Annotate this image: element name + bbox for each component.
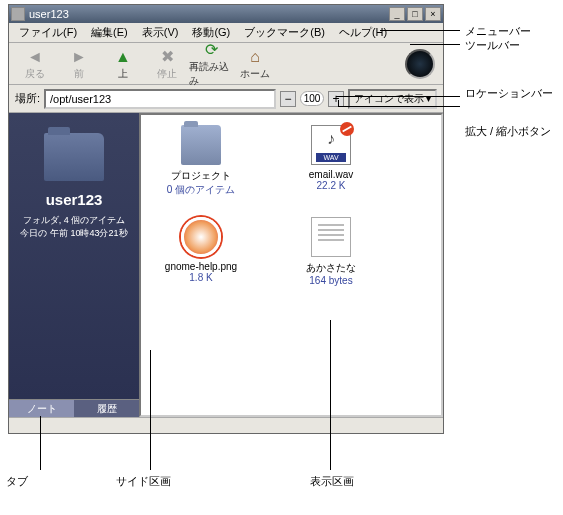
file-item[interactable]: email.wav22.2 K [281,125,381,197]
file-subtitle: 22.2 K [281,180,381,191]
ico-png-icon [181,217,221,257]
home-button[interactable]: ⌂ホーム [233,47,277,81]
sidebar-info-2: 今日の 午前 10時43分21秒 [17,227,131,240]
location-bar: 場所: − 100 + アイコンで表示▾ [9,85,443,113]
ico-folder-icon [181,125,221,165]
zoom-out-button[interactable]: − [280,91,296,107]
callout-side: サイド区画 [116,474,171,489]
minimize-button[interactable]: _ [389,7,405,21]
back-button[interactable]: ◄戻る [13,47,57,81]
throbber-icon [405,49,435,79]
callout-locbar: ロケーションバー [465,86,553,101]
file-name: gnome-help.png [151,261,251,272]
menu-bookmarks[interactable]: ブックマーク(B) [238,23,331,42]
window-title: user123 [29,8,69,20]
callout-zoom: 拡大 / 縮小ボタン [465,124,551,139]
sidebar-info-1: フォルダ, 4 個のアイテム [17,214,131,227]
zoom-in-button[interactable]: + [328,91,344,107]
arrow-up-icon: ▲ [113,47,133,67]
up-button[interactable]: ▲上 [101,47,145,81]
ico-doc-icon [311,217,351,257]
view-area[interactable]: プロジェクト0 個のアイテムemail.wav22.2 Kgnome-help.… [139,113,443,417]
forbidden-badge-icon [340,122,354,136]
folder-icon [44,133,104,181]
sidebar: user123 フォルダ, 4 個のアイテム 今日の 午前 10時43分21秒 … [9,113,139,417]
home-icon: ⌂ [245,47,265,67]
file-item[interactable]: プロジェクト0 個のアイテム [151,125,251,197]
file-manager-window: user123 _ □ × ファイル(F) 編集(E) 表示(V) 移動(G) … [8,4,444,434]
arrow-left-icon: ◄ [25,47,45,67]
callout-menubar: メニューバー [465,24,531,39]
menu-edit[interactable]: 編集(E) [85,23,134,42]
location-label: 場所: [15,91,40,106]
menu-view[interactable]: 表示(V) [136,23,185,42]
callout-view: 表示区画 [310,474,354,489]
close-button[interactable]: × [425,7,441,21]
callout-tab: タブ [6,474,28,489]
titlebar[interactable]: user123 _ □ × [9,5,443,23]
zoom-value: 100 [300,91,324,106]
tab-history[interactable]: 履歴 [74,399,139,417]
file-item[interactable]: あかさたな164 bytes [281,217,381,286]
sidebar-title: user123 [17,191,131,208]
arrow-right-icon: ► [69,47,89,67]
chevron-down-icon: ▾ [426,93,431,104]
stop-button[interactable]: ✖停止 [145,47,189,81]
statusbar [9,417,443,433]
location-input[interactable] [44,89,276,109]
file-subtitle: 164 bytes [281,275,381,286]
menu-file[interactable]: ファイル(F) [13,23,83,42]
reload-icon: ⟳ [201,40,221,60]
file-item[interactable]: gnome-help.png1.8 K [151,217,251,286]
file-name: あかさたな [281,261,381,275]
tab-note[interactable]: ノート [9,399,74,417]
maximize-button[interactable]: □ [407,7,423,21]
file-name: プロジェクト [151,169,251,183]
callout-toolbar: ツールバー [465,38,520,53]
toolbar: ◄戻る ►前 ▲上 ✖停止 ⟳再読み込み ⌂ホーム [9,43,443,85]
reload-button[interactable]: ⟳再読み込み [189,40,233,88]
file-subtitle: 1.8 K [151,272,251,283]
file-name: email.wav [281,169,381,180]
file-subtitle: 0 個のアイテム [151,183,251,197]
stop-icon: ✖ [157,47,177,67]
ico-wav-icon [311,125,351,165]
forward-button[interactable]: ►前 [57,47,101,81]
menu-help[interactable]: ヘルプ(H) [333,23,393,42]
window-icon [11,7,25,21]
